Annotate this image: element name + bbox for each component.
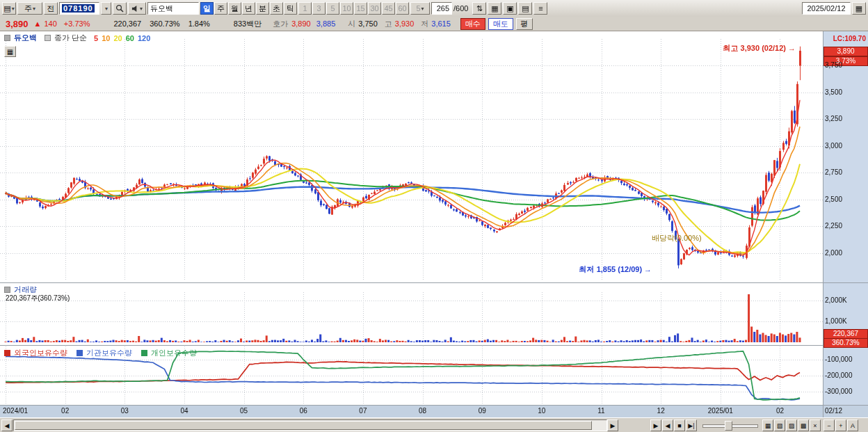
stock-code-input[interactable]: 078190 [59, 2, 99, 15]
period-tab-년[interactable]: 년 [242, 2, 255, 15]
volume-pane-subtitle: 220,367주(360.73%) [6, 294, 70, 303]
change-value: 140 [44, 19, 56, 28]
auto-scale-button[interactable]: A [847, 419, 858, 431]
period-cycle-combo[interactable]: 주▾ [17, 2, 42, 15]
ownership-pane-legend: 외국인보유수량기관보유수량개인보유수량 [4, 348, 202, 358]
lc-label: LC:109.70 [833, 35, 866, 42]
tick-count-combo[interactable]: 5▾ [410, 2, 430, 15]
x-axis-tick: 08 [419, 407, 426, 415]
annotation-low-text: 최저 1,855 (12/09) [579, 265, 643, 273]
search-icon [115, 4, 124, 13]
ownership-axis-tick: -300,000 [825, 387, 852, 395]
ma-5-label: 5 [94, 34, 98, 42]
x-axis-tick: 02 [776, 407, 784, 415]
volume-ratio-badge: 360.73% [823, 338, 868, 348]
period-tabs: 일주월년분초틱 [200, 2, 297, 15]
minute-button-15[interactable]: 15 [354, 2, 367, 15]
minute-button-1[interactable]: 1 [298, 2, 312, 15]
bottom-toolbar: ◀ ▶ ▶◀■▶| ▦▧▨▩× − + A [0, 417, 868, 432]
date-input[interactable]: 2025/02/12 [802, 2, 851, 15]
ownership-legend-외국인보유수량: 외국인보유수량 [14, 348, 67, 358]
scrollbar-thumb[interactable] [15, 421, 592, 430]
calendar-icon[interactable]: ▦ [852, 2, 866, 15]
annotation-high-arrow-icon: → [788, 44, 796, 52]
x-axis-tick: 04 [180, 407, 188, 415]
scroll-right-button[interactable]: ▶ [607, 419, 618, 431]
legend-chip-icon [4, 35, 10, 41]
zoom-in-button[interactable]: + [835, 419, 846, 431]
zoom-out-button[interactable]: − [823, 419, 835, 431]
low-price: 3,615 [431, 19, 451, 28]
scroll-left-button[interactable]: ◀ [1, 419, 13, 431]
annotation-dividend: 배당락(0.00%) [652, 233, 702, 243]
period-tab-초[interactable]: 초 [270, 2, 283, 15]
minute-button-30[interactable]: 30 [368, 2, 381, 15]
ownership-legend-개인보유수량: 개인보유수량 [151, 348, 197, 358]
hoga-label: 호가 [273, 19, 288, 29]
zoom-controls: − + A [823, 419, 858, 431]
minute-button-45[interactable]: 45 [382, 2, 395, 15]
print-chart-icon[interactable]: ▤ [518, 2, 532, 15]
chart-menu-icon[interactable]: ≡ [533, 2, 547, 15]
tick-count-value: 5 [416, 4, 420, 13]
bar-count-display: 265 [431, 2, 452, 15]
buy-button[interactable]: 매수 [460, 18, 485, 30]
sound-button[interactable]: ▾ [128, 2, 146, 15]
period-tab-월[interactable]: 월 [228, 2, 241, 15]
ma-legend: 5102060120 [90, 34, 150, 42]
scrollbar-track[interactable] [13, 419, 607, 431]
x-axis-tick: 02 [61, 407, 69, 415]
x-axis-tick: 05 [240, 407, 248, 415]
chart-layout-icon[interactable]: ▦ [488, 2, 501, 15]
step-forward-button[interactable]: ▶| [686, 419, 697, 431]
save-chart-icon[interactable]: ▣ [503, 2, 517, 15]
chart-tool-icon[interactable]: ▦ [4, 46, 16, 57]
x-axis-tick: 2024/01 [3, 407, 28, 415]
clear-tools-button[interactable]: × [810, 419, 821, 431]
indicator-setup-button[interactable]: ▨ [786, 419, 797, 431]
code-dropdown-button[interactable]: ▾ [101, 2, 111, 15]
stop-button[interactable]: ■ [674, 419, 685, 431]
region-zoom-button[interactable]: ▧ [774, 419, 785, 431]
volume-axis-tick: 2,000K [825, 296, 847, 304]
high-price: 3,930 [395, 19, 415, 28]
x-axis-tick: 03 [121, 407, 129, 415]
play-forward-button[interactable]: ▶ [650, 419, 661, 431]
avg-button[interactable]: 평 [516, 18, 533, 30]
ownership-axis-tick: -200,000 [825, 371, 852, 379]
low-label: 저 [421, 19, 428, 29]
price-axis-tick: 2,250 [825, 222, 842, 230]
search-button[interactable] [113, 2, 127, 15]
period-tab-일[interactable]: 일 [200, 2, 214, 15]
volume-badge: 220,367 [823, 329, 868, 339]
stock-code-value: 078190 [62, 4, 95, 13]
period-tab-분[interactable]: 분 [256, 2, 269, 15]
period-tab-주[interactable]: 주 [214, 2, 227, 15]
updown-icon[interactable]: ⇅ [472, 2, 486, 15]
bid-price: 3,885 [316, 19, 336, 28]
minute-button-60[interactable]: 60 [396, 2, 409, 15]
chart-type-button[interactable]: ▦ [762, 419, 773, 431]
window-menu-icon[interactable]: ▤▾ [2, 2, 16, 15]
play-backward-button[interactable]: ◀ [662, 419, 673, 431]
bottom-tool-icons: ▦▧▨▩× [762, 419, 821, 431]
period-tab-틱[interactable]: 틱 [284, 2, 297, 15]
annotation-low-arrow-icon: → [644, 265, 652, 273]
speaker-icon [131, 5, 139, 13]
current-price-badge: 3,890 [823, 47, 868, 56]
minute-button-5[interactable]: 5 [326, 2, 339, 15]
volume-legend-chip-icon [4, 287, 10, 293]
speed-slider[interactable] [702, 419, 758, 431]
sell-button[interactable]: 매도 [488, 18, 513, 30]
speed-slider-thumb[interactable] [725, 421, 732, 431]
ownership-axis-tick: -100,000 [825, 355, 852, 363]
pattern-tool-button[interactable]: ▩ [798, 419, 809, 431]
minute-button-3[interactable]: 3 [312, 2, 326, 15]
chart-canvas[interactable] [0, 31, 868, 417]
prev-stock-button[interactable]: 전 [44, 2, 58, 15]
ma-10-label: 10 [102, 34, 110, 42]
high-label: 고 [385, 19, 392, 29]
minute-button-10[interactable]: 10 [340, 2, 353, 15]
x-axis-tick: 2025/01 [708, 407, 733, 415]
price-axis-tick: 3,750 [825, 61, 842, 69]
